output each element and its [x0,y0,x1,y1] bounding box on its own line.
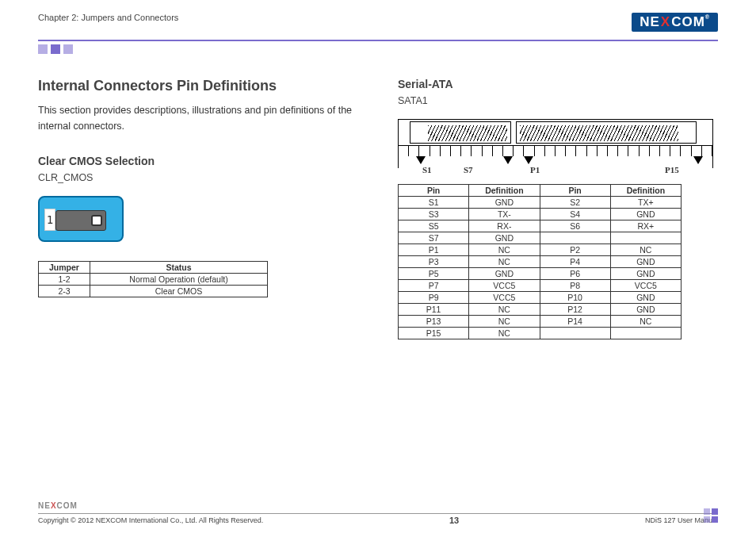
logo-post: COM [671,14,705,29]
cell: P5 [399,268,469,280]
page-number: 13 [449,516,459,525]
cell: P12 [540,304,610,316]
cell: P7 [399,280,469,292]
cell: P3 [399,256,469,268]
sata-diagram: S1 S7 P1 P15 [398,119,713,168]
cell: NC [469,304,540,316]
footer-rule [38,513,718,514]
table-row: S1GNDS2TX+ [399,197,682,209]
cell: TX+ [610,197,681,209]
cell: P6 [540,268,610,280]
table-row: S5RX-S6RX+ [399,220,682,232]
sata-pinrow [399,145,712,156]
cell: GND [469,268,540,280]
table-row: S7GND [399,232,682,244]
cell: VCC5 [469,292,540,304]
cell: P11 [399,304,469,316]
table-row: 2-3 Clear CMOS [39,286,268,297]
cell: VCC5 [469,280,540,292]
cmos-table: Jumper Status 1-2 Normal Operation (defa… [38,261,268,297]
cell: Clear CMOS [90,286,268,297]
cell: P8 [540,280,610,292]
header-rule [38,40,718,41]
cell: P14 [540,316,610,328]
sata-table: Pin Definition Pin Definition S1GNDS2TX+… [398,184,682,339]
cell: NC [610,316,681,328]
cell [540,328,610,339]
cmos-jumper-block [55,210,106,231]
cell: NC [469,328,540,339]
sata-pin-s1: S1 [422,165,432,174]
cell: NC [610,244,681,256]
cell: GND [610,256,681,268]
table-row: P15NC [399,328,682,339]
intro-text: This section provides descriptions, illu… [38,102,358,134]
sata-label: SATA1 [398,95,718,106]
cell: 2-3 [39,286,90,297]
logo-pre: NE [640,14,660,29]
cell [610,328,681,339]
cell: P9 [399,292,469,304]
cell: S4 [540,209,610,220]
cell: P2 [540,244,610,256]
cell: P13 [399,316,469,328]
cmos-th-jumper: Jumper [39,262,90,274]
page-title: Internal Connectors Pin Definitions [38,78,358,94]
table-row: P9VCC5P10GND [399,292,682,304]
cell: S3 [399,209,469,220]
footer-logo-pre: NE [38,501,51,510]
sata-connector-p [516,121,697,144]
sata-pin-s7: S7 [464,165,473,174]
cell: VCC5 [610,280,681,292]
sata-pin-p1: P1 [530,165,540,174]
table-row: P7VCC5P8VCC5 [399,280,682,292]
cell: TX- [469,209,540,220]
cell: GND [610,209,681,220]
cell: 1-2 [39,274,90,286]
cell: P10 [540,292,610,304]
cell: Normal Operation (default) [90,274,268,286]
sata-th: Pin [540,185,610,197]
marker-triangle-icon [503,156,513,164]
sata-th: Definition [469,185,540,197]
cell: S7 [399,232,469,244]
marker-triangle-icon [693,156,703,164]
cell [540,232,610,244]
chapter-title: Chapter 2: Jumpers and Connectors [38,13,178,22]
copyright-text: Copyright © 2012 NEXCOM International Co… [38,516,263,524]
cmos-th-status: Status [90,262,268,274]
sata-connector-s [410,121,511,144]
cell: S6 [540,220,610,232]
cell: RX+ [610,220,681,232]
sata-th: Definition [610,185,681,197]
cmos-label: CLR_CMOS [38,172,358,183]
table-row: P11NCP12GND [399,304,682,316]
cell: GND [610,292,681,304]
cell: P1 [399,244,469,256]
footer-logo: NEXCOM [38,501,718,510]
page-footer: NEXCOM Copyright © 2012 NEXCOM Internati… [38,501,718,525]
cell: NC [469,316,540,328]
sata-heading: Serial-ATA [398,78,718,90]
table-row: 1-2 Normal Operation (default) [39,274,268,286]
cell: P15 [399,328,469,339]
footer-logo-post: COM [57,501,78,510]
cell: RX- [469,220,540,232]
table-row: P5GNDP6GND [399,268,682,280]
marker-triangle-icon [416,156,426,164]
cell: P4 [540,256,610,268]
brand-logo: NEXCOM® [632,13,718,32]
cmos-empty-pin-icon [91,215,102,226]
cmos-pin1-label: 1 [44,209,55,231]
marker-triangle-icon [524,156,533,164]
cell: NC [469,244,540,256]
decor-squares [38,44,718,54]
cell: S5 [399,220,469,232]
footer-logo-x: X [51,501,57,510]
cell: S2 [540,197,610,209]
cell: GND [610,304,681,316]
cell [610,232,681,244]
cell: NC [469,256,540,268]
table-row: P13NCP14NC [399,316,682,328]
table-row: P1NCP2NC [399,244,682,256]
